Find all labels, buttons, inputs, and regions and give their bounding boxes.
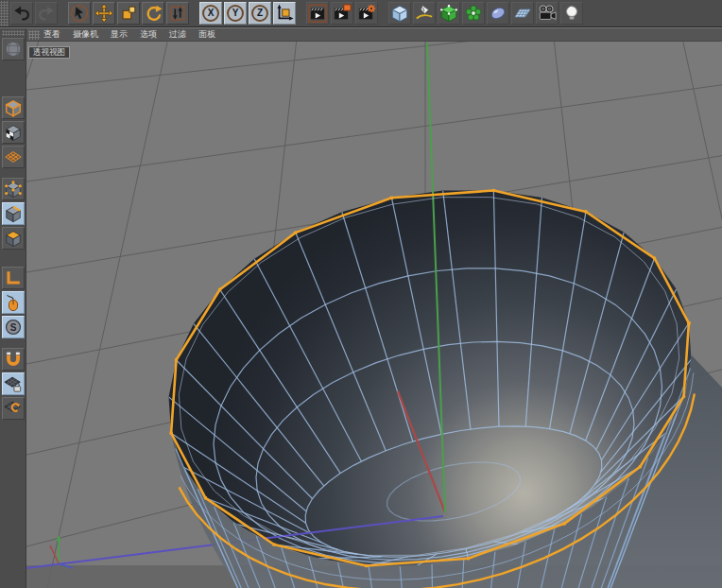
y-axis-label: Y xyxy=(232,9,239,18)
mode-palette: S xyxy=(0,28,26,588)
selection-arrow-icon xyxy=(70,4,89,23)
magnet-icon xyxy=(4,350,23,369)
cube-primitive-icon xyxy=(390,4,409,23)
move-tool-button[interactable] xyxy=(93,2,115,25)
light-button[interactable] xyxy=(560,2,583,25)
subdivision-surface-icon xyxy=(439,4,458,23)
scale-icon xyxy=(119,4,138,23)
mouse-icon xyxy=(4,293,23,312)
viewport-name-label: 透视视图 xyxy=(28,46,70,59)
enable-axis-button[interactable] xyxy=(2,267,25,289)
coordinate-system-icon xyxy=(275,4,294,23)
undo-icon xyxy=(12,4,31,23)
svg-text:S: S xyxy=(9,322,16,333)
scale-tool-button[interactable] xyxy=(117,2,140,25)
menu-panel[interactable]: 面板 xyxy=(198,28,215,41)
coordinate-system-button[interactable] xyxy=(273,2,296,25)
points-mode-button[interactable] xyxy=(2,178,25,200)
live-selection-button[interactable] xyxy=(68,2,91,25)
deformed-edit-button[interactable] xyxy=(2,38,25,61)
snap-magnet-button[interactable] xyxy=(2,348,25,371)
menu-display[interactable]: 显示 xyxy=(111,28,128,41)
metaball-button[interactable] xyxy=(487,2,509,25)
z-axis-lock-button[interactable]: Z xyxy=(249,2,271,25)
menu-view[interactable]: 查看 xyxy=(43,28,60,41)
redo-button[interactable] xyxy=(35,2,58,25)
workplane-mode-button[interactable] xyxy=(2,146,25,168)
viewport-solo-button[interactable] xyxy=(2,291,25,314)
menu-drag-handle[interactable] xyxy=(28,30,40,40)
snap-icon: S xyxy=(4,318,23,337)
points-mode-icon xyxy=(4,180,23,199)
viewport-menu-bar: 查看 摄像机 显示 选项 过滤 面板 xyxy=(26,28,722,42)
viewport-canvas[interactable] xyxy=(26,42,722,588)
texture-mode-icon xyxy=(4,123,23,142)
add-cube-primitive-button[interactable] xyxy=(388,2,411,25)
x-axis-label: X xyxy=(208,9,215,18)
menu-camera[interactable]: 摄像机 xyxy=(73,28,98,41)
workplane-icon xyxy=(4,399,23,418)
lock-workplane-icon xyxy=(4,374,23,393)
menu-options[interactable]: 选项 xyxy=(140,28,157,41)
undo-button[interactable] xyxy=(10,2,33,25)
render-picture-viewer-icon xyxy=(333,4,352,23)
lock-workplane-button[interactable] xyxy=(2,372,25,395)
x-axis-lock-button[interactable]: X xyxy=(199,2,222,25)
make-editable-button[interactable] xyxy=(2,96,25,119)
polygons-mode-button[interactable] xyxy=(2,227,25,250)
redo-icon xyxy=(37,4,56,23)
top-toolbar: X Y Z xyxy=(0,0,722,27)
texture-mode-button[interactable] xyxy=(2,121,25,144)
workplane-mode-icon xyxy=(4,147,23,166)
menu-filter[interactable]: 过滤 xyxy=(169,28,186,41)
edges-mode-icon xyxy=(4,204,23,223)
pen-spline-button[interactable] xyxy=(413,2,436,25)
render-settings-icon xyxy=(357,4,376,23)
metaball-icon xyxy=(489,4,507,23)
deformer-button[interactable] xyxy=(462,2,485,25)
toolbar-drag-handle[interactable] xyxy=(0,1,9,26)
workplane-button[interactable] xyxy=(2,397,25,420)
make-editable-icon xyxy=(4,98,23,117)
c4d-window: { "toolbar": { "axis": ["X", "Y", "Z"], … xyxy=(0,0,722,588)
axes-swap-icon xyxy=(168,4,187,23)
rotate-tool-button[interactable] xyxy=(142,2,164,25)
snap-settings-button[interactable]: S xyxy=(2,316,25,338)
last-tool-button[interactable] xyxy=(166,2,189,25)
palette-drag-handle[interactable] xyxy=(2,30,25,36)
floor-icon xyxy=(513,4,532,23)
floor-environment-button[interactable] xyxy=(511,2,534,25)
render-view-icon xyxy=(308,4,327,23)
render-picture-viewer-button[interactable] xyxy=(331,2,353,25)
z-axis-ring: Z xyxy=(251,5,268,22)
y-axis-lock-button[interactable]: Y xyxy=(224,2,247,25)
z-axis-label: Z xyxy=(257,9,263,18)
deformed-sphere-icon xyxy=(4,40,23,59)
polygons-mode-icon xyxy=(4,229,23,248)
render-view-button[interactable] xyxy=(306,2,329,25)
y-axis-ring: Y xyxy=(227,5,244,22)
pen-spline-icon xyxy=(415,4,434,23)
camera-icon xyxy=(538,4,557,23)
rotate-icon xyxy=(144,4,163,23)
viewport: 透视视图 xyxy=(26,42,722,588)
subdivision-surface-button[interactable] xyxy=(438,2,460,25)
camera-button[interactable] xyxy=(536,2,559,25)
edges-mode-button[interactable] xyxy=(2,202,25,225)
move-icon xyxy=(95,4,113,23)
enable-axis-icon xyxy=(4,268,23,287)
x-axis-ring: X xyxy=(202,5,219,22)
render-settings-button[interactable] xyxy=(355,2,378,25)
deformer-icon xyxy=(464,4,483,23)
light-icon xyxy=(562,4,581,23)
